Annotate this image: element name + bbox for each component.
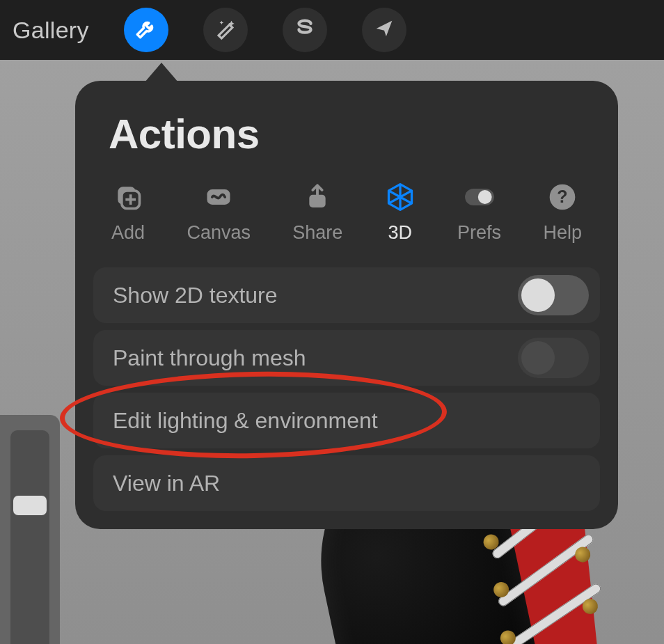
row-edit-lighting-environment[interactable]: Edit lighting & environment <box>93 393 600 448</box>
slider-track[interactable] <box>10 430 49 644</box>
toggle-show-2d-texture[interactable] <box>518 275 589 315</box>
pointer-arrow-icon <box>372 17 396 43</box>
sparkle-wand-icon <box>214 17 237 43</box>
tab-3d[interactable]: 3D <box>385 182 416 244</box>
transform-toolbar-button[interactable] <box>362 8 406 52</box>
adjustments-toolbar-button[interactable] <box>203 8 248 52</box>
tab-label: Share <box>292 222 342 244</box>
tab-label: Canvas <box>187 222 251 244</box>
tab-prefs[interactable]: Prefs <box>457 182 501 244</box>
toggle-paint-through-mesh[interactable] <box>518 338 589 378</box>
tab-label: 3D <box>388 222 412 244</box>
help-icon: ? <box>547 182 578 212</box>
row-label: Edit lighting & environment <box>113 408 378 434</box>
actions-toolbar-button[interactable] <box>124 8 168 52</box>
cube-icon <box>385 182 416 212</box>
svg-text:?: ? <box>558 187 568 206</box>
svg-point-5 <box>477 190 491 204</box>
options-list: Show 2D texture Paint through mesh Edit … <box>93 267 600 511</box>
toggle-icon <box>464 182 495 212</box>
tab-label: Add <box>111 222 145 244</box>
row-label: View in AR <box>113 471 220 496</box>
svg-rect-3 <box>310 195 326 207</box>
popover-panel: Actions Add <box>75 81 618 529</box>
main-toolbar: Gallery <box>0 0 664 60</box>
selection-toolbar-button[interactable] <box>283 8 327 52</box>
gallery-link[interactable]: Gallery <box>13 17 89 44</box>
row-label: Paint through mesh <box>113 345 306 371</box>
brush-size-slider[interactable] <box>0 415 60 644</box>
toolbar-icon-row <box>124 8 406 52</box>
tab-label: Help <box>543 222 582 244</box>
actions-tab-bar: Add Canvas Share <box>93 182 600 267</box>
tab-label: Prefs <box>457 222 501 244</box>
row-show-2d-texture[interactable]: Show 2D texture <box>93 267 600 323</box>
tab-add[interactable]: Add <box>111 182 145 244</box>
row-paint-through-mesh[interactable]: Paint through mesh <box>93 330 600 386</box>
share-icon <box>302 182 333 212</box>
canvas-icon <box>203 182 234 212</box>
actions-popover: Actions Add <box>75 63 618 529</box>
tab-help[interactable]: ? Help <box>543 182 582 244</box>
row-label: Show 2D texture <box>113 283 278 308</box>
row-view-in-ar[interactable]: View in AR <box>93 455 600 511</box>
popover-arrow <box>145 63 178 82</box>
add-icon <box>113 182 143 212</box>
wrench-icon <box>134 17 158 43</box>
s-ribbon-icon <box>293 17 317 43</box>
tab-canvas[interactable]: Canvas <box>187 182 251 244</box>
popover-title: Actions <box>93 110 600 158</box>
tab-share[interactable]: Share <box>292 182 342 244</box>
slider-thumb[interactable] <box>13 496 47 515</box>
